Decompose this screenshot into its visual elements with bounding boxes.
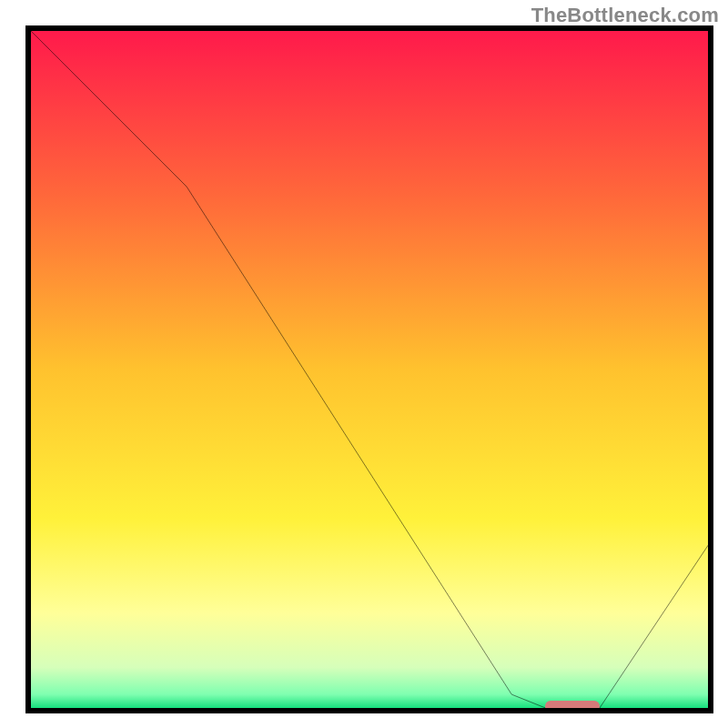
optimum-range-marker <box>545 701 600 708</box>
bottleneck-curve <box>31 31 708 708</box>
chart-stage: TheBottleneck.com <box>0 0 728 728</box>
plot-frame <box>25 25 713 713</box>
plot-area <box>31 31 708 708</box>
watermark-text: TheBottleneck.com <box>531 4 719 27</box>
